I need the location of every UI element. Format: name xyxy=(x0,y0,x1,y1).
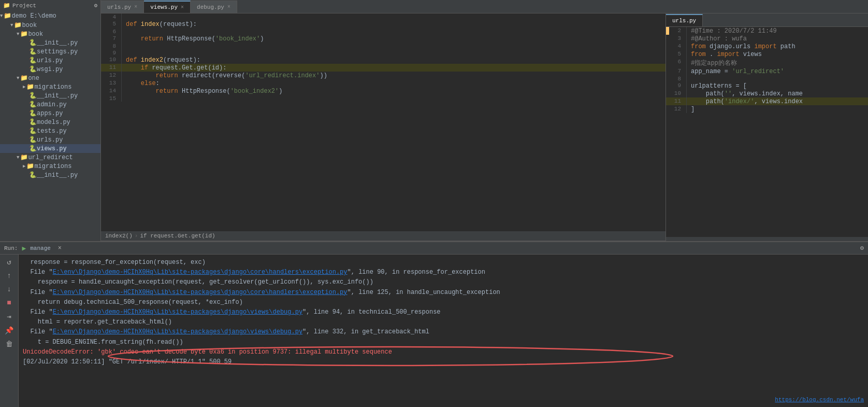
editor-left[interactable]: 4 5 def index(request): 6 7 xyxy=(101,13,666,241)
r-code-line-7: 7 app_name = 'url_redirect' xyxy=(666,67,868,75)
console-line-11: [02/Jul/2020 12:50:11] "GET /url/index/ … xyxy=(23,357,864,367)
code-line-5: 5 def index(request): xyxy=(101,20,666,28)
console-line-7: html = reporter.get_traceback_html() xyxy=(23,317,864,327)
sidebar-item-book[interactable]: ▼ 📁 book xyxy=(0,21,100,30)
sidebar-item-init1[interactable]: 🐍 __init__.py xyxy=(0,38,100,47)
tab-views[interactable]: views.py × xyxy=(144,1,191,13)
tab-bar: urls.py × views.py × debug.py × xyxy=(101,0,868,13)
code-line-15: 15 xyxy=(101,95,666,102)
code-line-4: 4 xyxy=(101,13,666,20)
file-icon: 🐍 xyxy=(29,57,37,64)
run-sidebar: ↺ ↑ ↓ ■ ⇥ 📌 🗑 xyxy=(0,255,19,407)
sidebar-item-init3[interactable]: 🐍 __init__.py xyxy=(0,171,100,179)
folder-icon: 📁 xyxy=(20,30,28,38)
sidebar-item-urls1[interactable]: 🐍 urls.py xyxy=(0,56,100,65)
urls1-label: urls.py xyxy=(37,57,63,64)
file-link-3[interactable]: E:\env\Django\demo-HCIhX0Hq\Lib\site-pac… xyxy=(53,308,302,316)
code-editor-left[interactable]: 4 5 def index(request): 6 7 xyxy=(101,13,666,231)
sidebar-item-wsgi[interactable]: 🐍 wsgi.py xyxy=(0,65,100,74)
close-icon[interactable]: × xyxy=(227,4,230,10)
sidebar-item-demo[interactable]: ▼ 📁 demo E:\demo xyxy=(0,11,100,21)
r-code-line-5: 5 from . import views xyxy=(666,50,868,58)
init2-label: __init__.py xyxy=(37,92,78,100)
right-tab-bar: urls.py xyxy=(666,13,868,27)
admin-label: admin.py xyxy=(37,101,67,108)
sidebar-item-init2[interactable]: 🐍 __init__.py xyxy=(0,91,100,100)
migrations1-label: migrations xyxy=(34,83,71,91)
horizontal-scrollbar-right[interactable] xyxy=(666,237,868,241)
code-lines-right: 2 #@Time : 2020/7/2 11:49 3 #@Author : w… xyxy=(666,27,868,113)
tab-right-urls[interactable]: urls.py xyxy=(666,14,703,26)
views1-label: views.py xyxy=(37,145,67,152)
error-line-container: UnicodeDecodeError: 'gbk' codec can't de… xyxy=(23,347,864,357)
code-line-13: 13 else: xyxy=(101,79,666,87)
pin-icon[interactable]: 📌 xyxy=(4,325,15,336)
file-link-2[interactable]: E:\env\Django\demo-HCIhX0Hq\Lib\site-pac… xyxy=(53,289,348,296)
run-again-icon[interactable]: ↺ xyxy=(6,257,12,268)
soft-wrap-icon[interactable]: ⇥ xyxy=(6,311,12,322)
sidebar-item-tests[interactable]: 🐍 tests.py xyxy=(0,127,100,135)
clear-icon[interactable]: 🗑 xyxy=(5,339,14,349)
sidebar-item-url-redirect[interactable]: ▼ 📁 url_redirect xyxy=(0,153,100,162)
tests-label: tests.py xyxy=(37,128,67,135)
file-link-1[interactable]: E:\env\Django\demo-HCIhX0Hq\Lib\site-pac… xyxy=(53,269,348,276)
gear-icon[interactable]: ⚙ xyxy=(860,244,864,252)
url-redirect-label: url_redirect xyxy=(28,154,73,161)
run-close-icon[interactable]: × xyxy=(58,245,62,252)
stop-icon[interactable]: ■ xyxy=(6,298,12,308)
file-icon: 🐍 xyxy=(29,92,37,100)
sidebar-item-migrations2[interactable]: ▶ 📁 migrations xyxy=(0,162,100,171)
code-line-10: 10 def index2(request): xyxy=(101,56,666,64)
tab-urls[interactable]: urls.py × xyxy=(101,1,144,13)
bottom-link[interactable]: https://blog.csdn.net/wufa xyxy=(775,396,864,405)
tab-debug[interactable]: debug.py × xyxy=(191,1,237,13)
sidebar-item-migrations1[interactable]: ▶ 📁 migrations xyxy=(0,82,100,91)
chevron-down-icon: ▼ xyxy=(10,23,13,28)
console-line-5: return debug.technical_500_response(requ… xyxy=(23,298,864,307)
console-line-8: File "E:\env\Django\demo-HCIhX0Hq\Lib\si… xyxy=(23,327,864,337)
chevron-right-icon: ▶ xyxy=(23,84,25,90)
sidebar-item-settings[interactable]: 🐍 settings.py xyxy=(0,47,100,56)
tab-urls-label: urls.py xyxy=(107,4,131,10)
sidebar-item-urls2[interactable]: 🐍 urls.py xyxy=(0,135,100,144)
sidebar-icon1[interactable]: ⚙ xyxy=(94,2,97,9)
down-icon[interactable]: ↓ xyxy=(6,284,12,294)
chevron-down-icon: ▼ xyxy=(17,32,19,37)
r-code-line-12: 12 ] xyxy=(666,105,868,113)
file-link-4[interactable]: E:\env\Django\demo-HCIhX0Hq\Lib\site-pac… xyxy=(53,328,302,335)
file-icon: 🐍 xyxy=(29,127,37,135)
sidebar-item-book-sub[interactable]: ▼ 📁 book xyxy=(0,30,100,38)
code-line-12: 12 return redirect(reverse('url_redirect… xyxy=(101,72,666,79)
close-icon[interactable]: × xyxy=(134,4,137,10)
run-panel: Run: ▶ manage × ⚙ ↺ ↑ ↓ ■ ⇥ 📌 🗑 response… xyxy=(0,241,868,407)
sidebar-item-models[interactable]: 🐍 models.py xyxy=(0,118,100,127)
chevron-down-icon: ▼ xyxy=(0,13,3,19)
code-line-14: 14 return HttpResponse('book_index2') xyxy=(101,87,666,95)
editors-row: 4 5 def index(request): 6 7 xyxy=(101,13,868,241)
sidebar-item-views1[interactable]: 🐍 views.py xyxy=(0,144,100,153)
tab-views-label: views.py xyxy=(150,4,178,10)
folder-icon: 📁 xyxy=(14,21,22,29)
code-editor-right[interactable]: 2 #@Time : 2020/7/2 11:49 3 #@Author : w… xyxy=(666,27,868,237)
code-line-7: 7 return HttpResponse('book_index') xyxy=(101,35,666,43)
r-code-line-3: 3 #@Author : wufa xyxy=(666,35,868,43)
console-output[interactable]: response = response_for_exception(reques… xyxy=(19,255,868,407)
sidebar-item-apps[interactable]: 🐍 apps.py xyxy=(0,109,100,118)
sidebar-item-one[interactable]: ▼ 📁 one xyxy=(0,74,100,82)
sidebar-item-admin[interactable]: 🐍 admin.py xyxy=(0,100,100,109)
console-line-1: response = response_for_exception(reques… xyxy=(23,258,864,268)
chevron-down-icon: ▼ xyxy=(17,155,19,160)
file-icon: 🐍 xyxy=(29,171,37,179)
code-line-8: 8 xyxy=(101,43,666,49)
up-icon[interactable]: ↑ xyxy=(6,271,12,281)
console-line-2: File "E:\env\Django\demo-HCIhX0Hq\Lib\si… xyxy=(23,268,864,277)
blog-link[interactable]: https://blog.csdn.net/wufa xyxy=(775,397,864,403)
close-icon[interactable]: × xyxy=(181,5,184,10)
apps-label: apps.py xyxy=(37,110,63,117)
console-line-6: File "E:\env\Django\demo-HCIhX0Hq\Lib\si… xyxy=(23,307,864,317)
code-line-9: 9 xyxy=(101,49,666,56)
run-icon: ▶ xyxy=(22,244,26,252)
project-sidebar[interactable]: 📁 Project ⚙ ▼ 📁 demo E:\demo ▼ 📁 book ▼ … xyxy=(0,0,101,241)
one-label: one xyxy=(28,75,39,82)
r-code-line-4: 4 from django.urls import path xyxy=(666,43,868,50)
